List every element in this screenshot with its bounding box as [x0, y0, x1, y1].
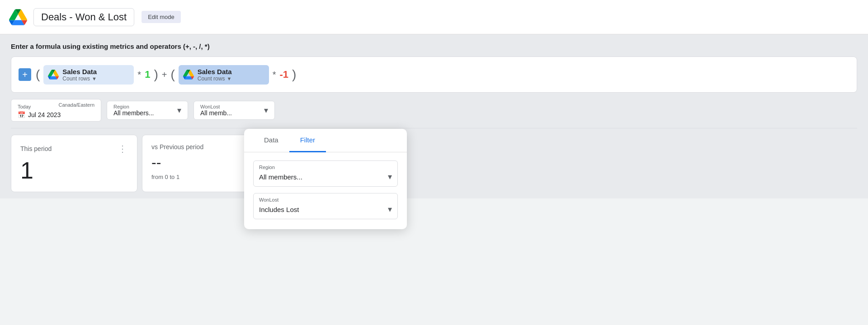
page-title: Deals - Won & Lost [33, 8, 134, 26]
popup-wonlost-arrow-icon: ▾ [388, 204, 392, 214]
vs-previous-sub: from 0 to 1 [151, 174, 259, 180]
region-filter-inner: Region All members... [113, 104, 154, 117]
open-paren-2: ( [170, 67, 175, 82]
region-filter-value: All members... [113, 109, 154, 117]
date-value: Jul 24 2023 [28, 111, 61, 118]
popup-tab-filter[interactable]: Filter [289, 129, 326, 152]
chip-2-title: Sales Data [198, 68, 232, 75]
chip-2-drive-icon [183, 69, 194, 80]
multiplier-2: -1 [280, 69, 289, 80]
popup-wonlost-label: WonLost [254, 193, 397, 203]
formula-expression: ( Sales Data Count rows ▼ [36, 65, 296, 85]
this-period-card: This period ⋮ 1 [11, 135, 137, 192]
date-timezone: Canada/Eastern [59, 102, 95, 108]
wonlost-filter-inner: WonLost All memb... [200, 104, 232, 117]
this-period-header: This period ⋮ [20, 143, 128, 154]
date-label-row: Today Canada/Eastern [18, 102, 94, 110]
date-value-row: 📅 Jul 24 2023 [18, 111, 94, 118]
popup-region-value: All members... [259, 173, 302, 181]
multiplier-1: 1 [145, 69, 150, 80]
data-chip-2[interactable]: Sales Data Count rows ▼ [179, 65, 269, 85]
wonlost-filter-value: All memb... [200, 109, 232, 117]
popup-wonlost-value: Includes Lost [259, 206, 299, 213]
close-paren-1: ) [154, 67, 158, 82]
metrics-row: This period ⋮ 1 vs Previous period -- fr… [11, 128, 857, 198]
region-filter-label: Region [113, 104, 154, 109]
popup-tabs: Data Filter [244, 129, 407, 152]
chip-2-text: Sales Data Count rows ▼ [198, 68, 232, 82]
chip-1-filter-icon: ▼ [92, 76, 97, 81]
this-period-label: This period [20, 145, 52, 152]
popup-body: Region All members... ▾ WonLost Includes… [244, 152, 407, 229]
edit-mode-button[interactable]: Edit mode [142, 11, 181, 23]
operator-mult-2: * [273, 70, 276, 80]
popup-region-arrow-icon: ▾ [388, 172, 392, 182]
region-dropdown-arrow: ▾ [177, 105, 181, 115]
vs-previous-value: -- [151, 154, 259, 171]
data-chip-1[interactable]: Sales Data Count rows ▼ [43, 65, 134, 85]
popup-wonlost-value-row[interactable]: Includes Lost ▾ [254, 203, 397, 219]
date-label: Today [18, 104, 31, 109]
operator-mult-1: * [137, 70, 141, 80]
chip-1-title: Sales Data [62, 68, 97, 75]
google-drive-logo [9, 8, 27, 26]
popup-region-group: Region All members... ▾ [253, 160, 398, 187]
formula-bar: + ( Sales Data Count rows ▼ [11, 57, 857, 93]
wonlost-filter-label: WonLost [200, 104, 232, 109]
content-area: Today Canada/Eastern 📅 Jul 24 2023 Regio… [0, 93, 868, 198]
open-paren-1: ( [36, 67, 40, 82]
header: Deals - Won & Lost Edit mode [0, 0, 868, 34]
formula-label: Enter a formula using existing metrics a… [11, 42, 857, 50]
chip-2-subtitle: Count rows ▼ [198, 75, 232, 82]
this-period-value: 1 [20, 158, 128, 184]
close-paren-2: ) [292, 67, 296, 82]
popup-wonlost-group: WonLost Includes Lost ▾ [253, 193, 398, 219]
popup-tab-data[interactable]: Data [253, 129, 289, 152]
chip-1-subtitle: Count rows ▼ [62, 75, 97, 82]
chip-1-text: Sales Data Count rows ▼ [62, 68, 97, 82]
region-filter-dropdown[interactable]: Region All members... ▾ [107, 101, 188, 120]
formula-add-button[interactable]: + [19, 68, 31, 81]
chip-2-filter-icon: ▼ [226, 76, 231, 81]
popup-region-value-row[interactable]: All members... ▾ [254, 170, 397, 186]
chip-1-drive-icon [48, 69, 59, 80]
wonlost-filter-dropdown[interactable]: WonLost All memb... ▾ [193, 101, 275, 120]
date-filter: Today Canada/Eastern 📅 Jul 24 2023 [11, 99, 101, 122]
popup-region-label: Region [254, 161, 397, 170]
this-period-menu-icon[interactable]: ⋮ [118, 143, 128, 154]
formula-section: Enter a formula using existing metrics a… [0, 34, 868, 93]
vs-previous-header: vs Previous period [151, 143, 259, 151]
operator-plus: + [162, 70, 167, 80]
wonlost-dropdown-arrow: ▾ [264, 105, 268, 115]
calendar-icon: 📅 [18, 111, 25, 118]
filter-row: Today Canada/Eastern 📅 Jul 24 2023 Regio… [11, 93, 857, 128]
vs-previous-label: vs Previous period [151, 143, 203, 151]
filter-popup: Data Filter Region All members... ▾ WonL… [244, 129, 407, 229]
